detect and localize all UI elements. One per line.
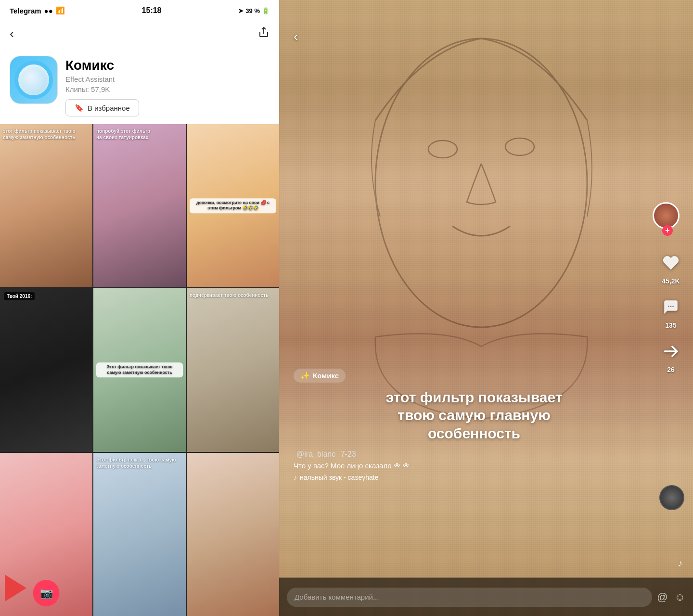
video-main-caption: этот фильтр показываеттвою самую главную…	[294, 388, 654, 443]
grid-item[interactable]: Этот фильтр показывает твою самую заметн…	[93, 288, 186, 451]
music-disc	[659, 485, 684, 510]
filter-badge[interactable]: ✨ Комикс	[294, 369, 346, 383]
app-info: Комикс Effect Assistant Клипы: 57,9K 🔖 В…	[65, 56, 270, 116]
back-button[interactable]: ‹	[10, 26, 14, 41]
grid-overlay-text: Этот фильтр показ... твою самую заметную…	[96, 457, 183, 469]
comment-button-wrap[interactable]: 135	[658, 295, 683, 329]
battery-icon: 🔋	[262, 7, 270, 14]
status-right: ➤ 39 % 🔋	[238, 7, 270, 14]
app-icon-inner	[14, 61, 53, 99]
grid-item[interactable]: девочки, посмотрите на свои 💋 с этим фил…	[187, 124, 279, 287]
comment-placeholder: Добавить комментарий...	[295, 593, 379, 601]
comic-effect-overlay	[279, 0, 693, 616]
grid-item[interactable]: этот фильтр показывает твою самую заметн…	[0, 124, 92, 287]
side-icons: 45,2K 135 26	[658, 250, 683, 373]
filter-emoji: ✨	[300, 371, 310, 380]
grid-overlay-text: этот фильтр показывает твою самую заметн…	[3, 128, 90, 141]
status-time: 15:18	[142, 6, 162, 15]
grid-item[interactable]: 📷	[0, 453, 92, 616]
app-icon	[10, 56, 58, 104]
top-nav: ‹	[0, 21, 279, 46]
carrier-label: Telegram	[10, 7, 41, 15]
location-icon: ➤	[238, 7, 244, 14]
grid-overlay-text: подчёркивает твою особенность	[190, 292, 276, 298]
follow-button[interactable]: +	[662, 225, 673, 236]
username[interactable]: @ira_blanc	[296, 450, 335, 458]
record-button[interactable]: 📷	[33, 580, 60, 606]
grid-item[interactable]: Этот фильтр показ... твою самую заметную…	[93, 453, 186, 616]
share-button[interactable]	[258, 26, 270, 41]
comment-input[interactable]: Добавить комментарий...	[287, 588, 652, 607]
grid-overlay-text: попробуй этот фильтрна своих татуировках	[96, 128, 183, 141]
like-count: 45,2K	[662, 277, 680, 285]
at-icon[interactable]: @	[657, 591, 667, 603]
comment-bar: Добавить комментарий... @ ☺	[279, 578, 693, 616]
app-clips: Клипы: 57,9K	[65, 85, 270, 93]
svg-point-6	[672, 306, 674, 307]
music-icon: ♪	[294, 474, 297, 481]
video-overlay: ✨ Комикс этот фильтр показываеттвою саму…	[279, 369, 693, 482]
comment-action-icons: @ ☺	[657, 591, 685, 603]
grid-label: Твой 2016:	[4, 292, 35, 300]
sound-text: нальный звук - caseyhate	[300, 474, 378, 481]
signal-icon: ●●	[44, 7, 53, 15]
like-button-wrap[interactable]: 45,2K	[658, 250, 683, 285]
comment-icon[interactable]	[658, 295, 683, 320]
wifi-icon: 📶	[56, 6, 65, 15]
username-line: @ira_blanc 7-23	[294, 450, 654, 459]
favorite-button[interactable]: 🔖 В избранное	[65, 99, 139, 116]
video-grid: этот фильтр показывает твою самую заметн…	[0, 124, 279, 616]
favorite-button-label: В избранное	[88, 104, 130, 112]
music-note-icon: ♪	[678, 558, 682, 569]
grid-overlay-text: девочки, посмотрите на свои 💋 с этим фил…	[190, 198, 276, 213]
share-icon[interactable]	[658, 339, 683, 364]
sound-line[interactable]: ♪ нальный звук - caseyhate	[294, 474, 654, 481]
grid-item[interactable]: подчёркивает твою особенность	[187, 288, 279, 451]
play-arrow-icon	[5, 575, 26, 602]
video-grid-section: этот фильтр показывает твою самую заметн…	[0, 124, 279, 616]
battery-label: 39 %	[245, 7, 260, 14]
grid-overlay-text: Этот фильтр показывает твою самую заметн…	[96, 362, 183, 377]
left-panel: Telegram ●● 📶 15:18 ➤ 39 % 🔋 ‹ Комикс	[0, 0, 279, 616]
emoji-icon[interactable]: ☺	[675, 591, 685, 603]
heart-icon[interactable]	[658, 250, 683, 275]
bookmark-icon: 🔖	[75, 103, 84, 112]
post-date: 7-23	[341, 450, 356, 458]
video-back-button[interactable]: ‹	[294, 29, 298, 44]
svg-point-5	[670, 306, 672, 307]
app-header: Комикс Effect Assistant Клипы: 57,9K 🔖 В…	[0, 46, 279, 124]
comment-count: 135	[665, 321, 676, 329]
app-title: Комикс	[65, 58, 270, 73]
status-left: Telegram ●● 📶	[10, 6, 65, 15]
video-description: Что у вас? Мое лицо сказало 👁 👁 .	[294, 461, 654, 471]
filter-name: Комикс	[313, 372, 339, 380]
status-bar: Telegram ●● 📶 15:18 ➤ 39 % 🔋	[0, 0, 279, 21]
app-developer: Effect Assistant	[65, 75, 270, 83]
grid-item[interactable]: попробуй этот фильтрна своих татуировках	[93, 124, 186, 287]
svg-point-4	[668, 306, 669, 307]
right-panel: ‹ + 45,2K 135	[279, 0, 693, 616]
grid-item[interactable]: Твой 2016:	[0, 288, 92, 451]
grid-item[interactable]	[187, 453, 279, 616]
